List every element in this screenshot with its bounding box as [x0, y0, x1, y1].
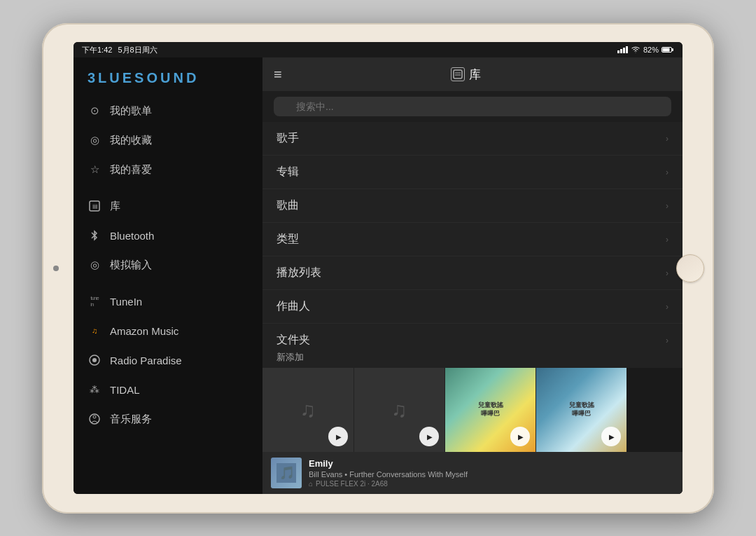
device-icon: ⌂: [309, 480, 313, 488]
music-note-icon-2: ♫: [391, 398, 407, 422]
list-item-label: 播放列表: [276, 266, 321, 280]
sidebar-item-label: 我的收藏: [110, 134, 152, 147]
now-playing-bar[interactable]: 🎵 Emily Bill Evans • Further Conversatio…: [262, 452, 682, 494]
now-playing-artist: Bill Evans • Further Conversations With …: [309, 470, 674, 479]
logo-text: 3LUESOUND: [88, 70, 199, 85]
sidebar-item-label: Amazon Music: [110, 325, 178, 337]
svg-point-6: [92, 358, 97, 362]
sidebar-item-music-services[interactable]: 音乐服务: [74, 404, 262, 434]
albums-row: ♫ ♫: [262, 368, 682, 452]
album-art: 🎵: [271, 458, 302, 488]
library-header-icon: [451, 67, 465, 81]
music-note-icon: ♫: [300, 398, 316, 422]
new-additions: 新添加 ♫ ♫: [262, 345, 682, 452]
sidebar-divider-1: [74, 184, 262, 191]
status-left: 下午1:42 5月8日周六: [82, 45, 158, 55]
sidebar-item-analog-input[interactable]: ◎ 模拟输入: [74, 250, 262, 280]
tablet-screen: 下午1:42 5月8日周六 82%: [74, 42, 682, 494]
album-card-1[interactable]: ♫: [262, 368, 354, 452]
list-item-album[interactable]: 专辑 ›: [262, 156, 682, 189]
favorites-icon: ☆: [88, 163, 102, 177]
sidebar-item-label: 模拟输入: [110, 259, 152, 272]
top-bar: ≡ 库: [262, 57, 682, 91]
amazon-icon: ♫: [88, 324, 102, 338]
home-button[interactable]: [676, 254, 704, 282]
list-item-label: 文件夹: [276, 333, 310, 345]
sidebar-item-my-favorites[interactable]: ☆ 我的喜爱: [74, 155, 262, 184]
chevron-right-icon: ›: [666, 235, 668, 245]
sidebar-item-label: Radio Paradise: [110, 355, 182, 366]
hamburger-icon: ≡: [274, 67, 282, 82]
album-card-4[interactable]: 兒童歌謠嗶嗶巴: [536, 368, 626, 452]
app-logo: 3LUESOUND: [74, 57, 262, 96]
collection-icon: ◎: [88, 133, 102, 147]
status-time: 下午1:42: [82, 45, 112, 55]
sidebar-item-label: 库: [110, 200, 120, 213]
list-item-song[interactable]: 歌曲 ›: [262, 189, 682, 223]
svg-text:▤: ▤: [92, 203, 98, 209]
sidebar-divider-2: [74, 280, 262, 287]
library-icon: ▤: [88, 199, 102, 213]
status-date: 5月8日周六: [118, 45, 157, 55]
list-area: 歌手 › 专辑 › 歌曲 › 类型 ›: [262, 122, 682, 345]
header-title-area: 库: [451, 67, 481, 83]
list-item-label: 歌手: [276, 131, 299, 146]
sidebar-item-tidal[interactable]: ⁂ TIDAL: [74, 375, 262, 404]
list-item-label: 类型: [276, 232, 299, 247]
sidebar-item-my-collection[interactable]: ◎ 我的收藏: [74, 125, 262, 155]
list-item-label: 作曲人: [276, 299, 310, 314]
sidebar-item-label: 我的歌单: [110, 104, 152, 118]
list-item-playlist[interactable]: 播放列表 ›: [262, 256, 682, 290]
sidebar-item-bluetooth[interactable]: Bluetooth: [74, 221, 262, 250]
sidebar-item-label: 我的喜爱: [110, 163, 152, 177]
sidebar-item-library[interactable]: ▤ 库: [74, 191, 262, 221]
battery-icon: [662, 46, 674, 53]
list-item-composer[interactable]: 作曲人 ›: [262, 290, 682, 324]
tidal-icon: ⁂: [88, 383, 102, 397]
svg-rect-9: [454, 70, 462, 78]
new-additions-header: 新添加: [262, 345, 682, 368]
sidebar-item-radio-paradise[interactable]: Radio Paradise: [74, 345, 262, 375]
sidebar-item-label: TuneIn: [110, 296, 142, 308]
search-wrapper: 🔍: [274, 97, 671, 116]
now-playing-title: Emily: [309, 458, 674, 469]
list-item-label: 歌曲: [276, 198, 299, 213]
search-input[interactable]: [274, 97, 671, 116]
signal-icon: [617, 46, 628, 53]
album-card-3[interactable]: 兒童歌謠嗶嗶巴: [444, 368, 536, 452]
sidebar-item-my-playlist[interactable]: ⊙ 我的歌单: [74, 96, 262, 125]
bluetooth-icon: [88, 228, 102, 242]
list-item-label: 专辑: [276, 165, 299, 179]
svg-point-8: [93, 415, 96, 418]
play-button-1[interactable]: [328, 427, 348, 446]
status-bar: 下午1:42 5月8日周六 82%: [74, 42, 682, 57]
album-card-2[interactable]: ♫: [354, 368, 444, 452]
battery-percent: 82%: [643, 46, 659, 54]
now-playing-device: ⌂ PULSE FLEX 2i · 2A68: [309, 480, 674, 488]
list-item-folder[interactable]: 文件夹 ›: [262, 324, 682, 345]
sidebar-item-amazon-music[interactable]: ♫ Amazon Music: [74, 316, 262, 345]
chevron-right-icon: ›: [666, 268, 668, 278]
sidebar-item-tunein[interactable]: tunein TuneIn: [74, 287, 262, 316]
svg-rect-2: [672, 48, 673, 51]
chevron-right-icon: ›: [666, 201, 668, 211]
device-name: PULSE FLEX 2i · 2A68: [316, 480, 388, 488]
tunein-icon: tunein: [88, 294, 102, 308]
right-panel: ≡ 库: [262, 57, 682, 494]
search-bar: 🔍: [262, 91, 682, 122]
menu-button[interactable]: ≡: [274, 67, 282, 83]
list-item-artist[interactable]: 歌手 ›: [262, 122, 682, 156]
list-item-genre[interactable]: 类型 ›: [262, 223, 682, 256]
wifi-icon: [631, 46, 640, 53]
sidebar: 3LUESOUND ⊙ 我的歌单 ◎ 我的收藏 ☆ 我的喜爱: [74, 57, 262, 494]
analog-icon: ◎: [88, 258, 102, 272]
play-button-4[interactable]: [601, 427, 621, 446]
chevron-right-icon: ›: [666, 302, 668, 312]
play-button-2[interactable]: [419, 427, 439, 446]
chevron-right-icon: ›: [666, 134, 668, 144]
sidebar-item-label: 音乐服务: [110, 413, 152, 426]
page-title: 库: [469, 67, 481, 83]
play-button-3[interactable]: [510, 427, 530, 446]
tablet-frame: 下午1:42 5月8日周六 82%: [42, 23, 714, 514]
sidebar-item-label: TIDAL: [110, 384, 140, 396]
